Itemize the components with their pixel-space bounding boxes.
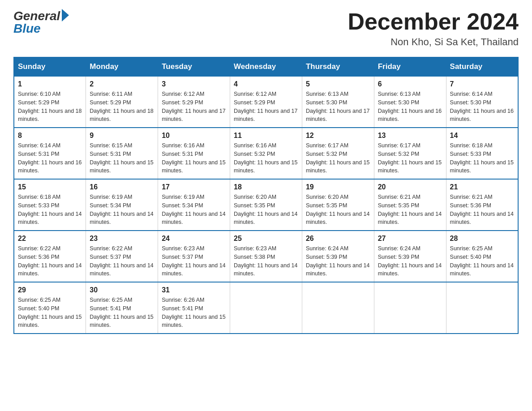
- day-info: Sunrise: 6:24 AMSunset: 5:39 PMDaylight:…: [378, 244, 442, 278]
- day-info: Sunrise: 6:18 AMSunset: 5:33 PMDaylight:…: [450, 141, 514, 175]
- calendar-cell: 28Sunrise: 6:25 AMSunset: 5:40 PMDayligh…: [446, 231, 518, 282]
- location: Non Kho, Si Sa Ket, Thailand: [348, 36, 519, 48]
- calendar-cell: 21Sunrise: 6:21 AMSunset: 5:36 PMDayligh…: [446, 179, 518, 231]
- day-info: Sunrise: 6:20 AMSunset: 5:35 PMDaylight:…: [234, 193, 298, 227]
- calendar-header-friday: Friday: [374, 57, 446, 76]
- calendar-week-row: 22Sunrise: 6:22 AMSunset: 5:36 PMDayligh…: [14, 231, 518, 282]
- calendar-cell: 24Sunrise: 6:23 AMSunset: 5:37 PMDayligh…: [158, 231, 230, 282]
- calendar-cell: 9Sunrise: 6:15 AMSunset: 5:31 PMDaylight…: [86, 128, 158, 179]
- day-number: 26: [306, 235, 370, 243]
- day-number: 9: [90, 132, 154, 140]
- calendar-cell: 13Sunrise: 6:17 AMSunset: 5:32 PMDayligh…: [374, 128, 446, 179]
- day-info: Sunrise: 6:24 AMSunset: 5:39 PMDaylight:…: [306, 244, 370, 278]
- day-info: Sunrise: 6:17 AMSunset: 5:32 PMDaylight:…: [306, 141, 370, 175]
- day-number: 4: [234, 80, 298, 88]
- calendar-cell: 5Sunrise: 6:13 AMSunset: 5:30 PMDaylight…: [302, 76, 374, 128]
- calendar-cell: 27Sunrise: 6:24 AMSunset: 5:39 PMDayligh…: [374, 231, 446, 282]
- day-number: 14: [450, 132, 514, 140]
- calendar-cell: [302, 282, 374, 334]
- calendar-cell: 8Sunrise: 6:14 AMSunset: 5:31 PMDaylight…: [14, 128, 86, 179]
- calendar-cell: 18Sunrise: 6:20 AMSunset: 5:35 PMDayligh…: [230, 179, 302, 231]
- day-info: Sunrise: 6:12 AMSunset: 5:29 PMDaylight:…: [234, 90, 298, 124]
- title-section: December 2024 Non Kho, Si Sa Ket, Thaila…: [348, 9, 519, 48]
- calendar-cell: 2Sunrise: 6:11 AMSunset: 5:29 PMDaylight…: [86, 76, 158, 128]
- calendar-cell: 14Sunrise: 6:18 AMSunset: 5:33 PMDayligh…: [446, 128, 518, 179]
- calendar-cell: 16Sunrise: 6:19 AMSunset: 5:34 PMDayligh…: [86, 179, 158, 231]
- day-number: 6: [378, 80, 442, 88]
- calendar-header-monday: Monday: [86, 57, 158, 76]
- calendar-cell: 4Sunrise: 6:12 AMSunset: 5:29 PMDaylight…: [230, 76, 302, 128]
- day-number: 3: [162, 80, 226, 88]
- calendar-cell: [446, 282, 518, 334]
- calendar-cell: 25Sunrise: 6:23 AMSunset: 5:38 PMDayligh…: [230, 231, 302, 282]
- day-info: Sunrise: 6:23 AMSunset: 5:37 PMDaylight:…: [162, 244, 226, 278]
- day-number: 28: [450, 235, 514, 243]
- calendar-header-sunday: Sunday: [14, 57, 86, 76]
- day-number: 23: [90, 235, 154, 243]
- calendar-week-row: 29Sunrise: 6:25 AMSunset: 5:40 PMDayligh…: [14, 282, 518, 334]
- day-number: 13: [378, 132, 442, 140]
- calendar-cell: 17Sunrise: 6:19 AMSunset: 5:34 PMDayligh…: [158, 179, 230, 231]
- day-number: 20: [378, 183, 442, 191]
- day-info: Sunrise: 6:25 AMSunset: 5:40 PMDaylight:…: [450, 244, 514, 278]
- calendar-cell: 1Sunrise: 6:10 AMSunset: 5:29 PMDaylight…: [14, 76, 86, 128]
- calendar-header-thursday: Thursday: [302, 57, 374, 76]
- calendar-cell: 6Sunrise: 6:13 AMSunset: 5:30 PMDaylight…: [374, 76, 446, 128]
- calendar-header-wednesday: Wednesday: [230, 57, 302, 76]
- calendar-cell: 10Sunrise: 6:16 AMSunset: 5:31 PMDayligh…: [158, 128, 230, 179]
- day-number: 16: [90, 183, 154, 191]
- calendar-cell: 15Sunrise: 6:18 AMSunset: 5:33 PMDayligh…: [14, 179, 86, 231]
- day-number: 5: [306, 80, 370, 88]
- day-info: Sunrise: 6:15 AMSunset: 5:31 PMDaylight:…: [90, 141, 154, 175]
- day-info: Sunrise: 6:19 AMSunset: 5:34 PMDaylight:…: [90, 193, 154, 227]
- calendar-cell: 26Sunrise: 6:24 AMSunset: 5:39 PMDayligh…: [302, 231, 374, 282]
- day-info: Sunrise: 6:11 AMSunset: 5:29 PMDaylight:…: [90, 90, 154, 124]
- day-info: Sunrise: 6:21 AMSunset: 5:36 PMDaylight:…: [450, 193, 514, 227]
- calendar-cell: [374, 282, 446, 334]
- day-info: Sunrise: 6:14 AMSunset: 5:31 PMDaylight:…: [18, 141, 82, 175]
- calendar-table: SundayMondayTuesdayWednesdayThursdayFrid…: [13, 57, 519, 334]
- day-number: 29: [18, 286, 82, 294]
- day-number: 31: [162, 286, 226, 294]
- day-info: Sunrise: 6:21 AMSunset: 5:35 PMDaylight:…: [378, 193, 442, 227]
- calendar-cell: 12Sunrise: 6:17 AMSunset: 5:32 PMDayligh…: [302, 128, 374, 179]
- day-number: 17: [162, 183, 226, 191]
- day-info: Sunrise: 6:22 AMSunset: 5:36 PMDaylight:…: [18, 244, 82, 278]
- day-number: 25: [234, 235, 298, 243]
- day-number: 12: [306, 132, 370, 140]
- calendar-cell: 20Sunrise: 6:21 AMSunset: 5:35 PMDayligh…: [374, 179, 446, 231]
- day-info: Sunrise: 6:18 AMSunset: 5:33 PMDaylight:…: [18, 193, 82, 227]
- day-number: 19: [306, 183, 370, 191]
- logo-arrow-icon: [62, 9, 69, 21]
- logo-blue-text: Blue: [13, 21, 41, 36]
- day-info: Sunrise: 6:25 AMSunset: 5:41 PMDaylight:…: [90, 296, 154, 330]
- day-info: Sunrise: 6:19 AMSunset: 5:34 PMDaylight:…: [162, 193, 226, 227]
- day-info: Sunrise: 6:16 AMSunset: 5:32 PMDaylight:…: [234, 141, 298, 175]
- day-info: Sunrise: 6:20 AMSunset: 5:35 PMDaylight:…: [306, 193, 370, 227]
- day-number: 1: [18, 80, 82, 88]
- day-number: 2: [90, 80, 154, 88]
- day-number: 27: [378, 235, 442, 243]
- calendar-week-row: 8Sunrise: 6:14 AMSunset: 5:31 PMDaylight…: [14, 128, 518, 179]
- day-info: Sunrise: 6:13 AMSunset: 5:30 PMDaylight:…: [378, 90, 442, 124]
- day-number: 8: [18, 132, 82, 140]
- calendar-cell: 30Sunrise: 6:25 AMSunset: 5:41 PMDayligh…: [86, 282, 158, 334]
- day-info: Sunrise: 6:23 AMSunset: 5:38 PMDaylight:…: [234, 244, 298, 278]
- logo: General Blue: [13, 9, 69, 36]
- day-number: 18: [234, 183, 298, 191]
- day-info: Sunrise: 6:26 AMSunset: 5:41 PMDaylight:…: [162, 296, 226, 330]
- calendar-header-saturday: Saturday: [446, 57, 518, 76]
- day-number: 11: [234, 132, 298, 140]
- day-number: 21: [450, 183, 514, 191]
- calendar-cell: 22Sunrise: 6:22 AMSunset: 5:36 PMDayligh…: [14, 231, 86, 282]
- calendar-week-row: 1Sunrise: 6:10 AMSunset: 5:29 PMDaylight…: [14, 76, 518, 128]
- day-info: Sunrise: 6:17 AMSunset: 5:32 PMDaylight:…: [378, 141, 442, 175]
- page-header: General Blue December 2024 Non Kho, Si S…: [13, 9, 519, 48]
- day-info: Sunrise: 6:10 AMSunset: 5:29 PMDaylight:…: [18, 90, 82, 124]
- day-number: 24: [162, 235, 226, 243]
- day-number: 10: [162, 132, 226, 140]
- calendar-cell: 29Sunrise: 6:25 AMSunset: 5:40 PMDayligh…: [14, 282, 86, 334]
- calendar-cell: [230, 282, 302, 334]
- calendar-cell: 19Sunrise: 6:20 AMSunset: 5:35 PMDayligh…: [302, 179, 374, 231]
- day-info: Sunrise: 6:25 AMSunset: 5:40 PMDaylight:…: [18, 296, 82, 330]
